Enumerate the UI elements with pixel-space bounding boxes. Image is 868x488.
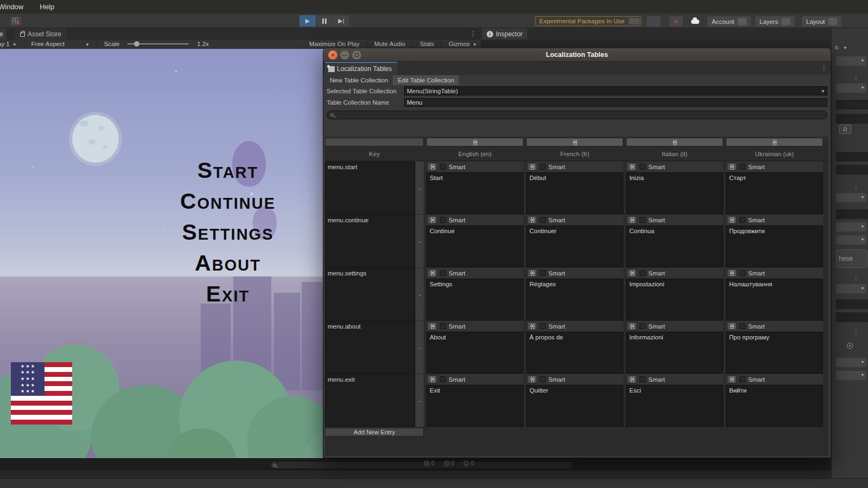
key-cell[interactable]: menu.about <box>325 321 415 374</box>
translation-text-field[interactable]: Inizia <box>626 172 723 214</box>
smart-checkbox[interactable] <box>739 323 745 329</box>
dropdown-partial[interactable] <box>836 358 866 367</box>
tab-asset-store[interactable]: Asset Store <box>15 28 66 40</box>
scale-knob[interactable] <box>134 41 139 47</box>
translation-text-field[interactable]: Старт <box>726 172 823 214</box>
translation-text-field[interactable]: À propos de <box>526 332 623 374</box>
new-table-collection-button[interactable]: New Table Collection <box>325 75 393 85</box>
metadata-button[interactable]: {•} <box>727 375 737 383</box>
remove-entry-button[interactable]: - <box>416 268 424 320</box>
translation-text-field[interactable]: Вийти <box>726 385 823 427</box>
metadata-button[interactable]: {•} <box>527 163 537 171</box>
translation-text-field[interactable]: Continua <box>626 226 723 267</box>
console-count-badge[interactable]: ✕0 <box>460 460 477 466</box>
smart-checkbox[interactable] <box>440 164 446 170</box>
preset-kebab-icon[interactable]: ⋮ <box>853 275 859 281</box>
translation-text-field[interactable]: Налаштування <box>726 279 823 320</box>
badge-dismiss[interactable] <box>629 18 640 24</box>
translation-text-field[interactable]: Informazioni <box>626 332 723 374</box>
dropdown-partial[interactable] <box>836 284 866 293</box>
grid-snap-icon[interactable] <box>10 16 22 26</box>
menu-window[interactable]: Window <box>0 2 25 12</box>
dropdown-partial[interactable] <box>836 371 866 380</box>
window-kebab-icon[interactable]: ⋮ <box>821 65 827 72</box>
language-column-header[interactable]: English (en) <box>426 151 524 157</box>
preset-kebab-icon[interactable]: ⋮ <box>853 330 859 336</box>
key-cell[interactable]: menu.start <box>325 162 415 214</box>
object-picker-icon[interactable] <box>847 343 853 349</box>
key-column-header[interactable]: Key <box>325 151 424 157</box>
metadata-button[interactable]: {•} <box>527 269 537 277</box>
metadata-button[interactable]: {•} <box>627 216 637 224</box>
metadata-button[interactable]: {•} <box>427 163 437 171</box>
edit-table-collection-button[interactable]: Edit Table Collection <box>393 75 459 85</box>
translation-text-field[interactable]: Continue <box>426 226 524 267</box>
remove-entry-button[interactable]: - <box>416 374 424 427</box>
translation-text-field[interactable]: Продовжити <box>726 226 823 267</box>
smart-checkbox[interactable] <box>440 323 446 329</box>
smart-checkbox[interactable] <box>540 217 546 223</box>
menu-help[interactable]: Help <box>37 2 56 12</box>
dropdown-partial[interactable] <box>836 84 866 93</box>
language-column-header[interactable]: French (fr) <box>526 151 623 157</box>
smart-checkbox[interactable] <box>640 164 646 170</box>
translation-text-field[interactable]: About <box>426 332 524 374</box>
smart-checkbox[interactable] <box>640 376 646 382</box>
metadata-button[interactable]: {•} <box>627 322 637 330</box>
metadata-button[interactable]: {•} <box>427 375 437 383</box>
remove-entry-button[interactable]: - <box>416 215 424 267</box>
table-search-input[interactable] <box>327 111 827 119</box>
layers-dropdown[interactable]: Layers <box>755 16 795 27</box>
translation-text-field[interactable]: Réglages <box>526 279 623 320</box>
column-settings-button[interactable]: {•} <box>426 138 524 146</box>
r-button[interactable]: R <box>839 125 851 134</box>
metadata-button[interactable]: {•} <box>727 322 737 330</box>
tab-localization-tables[interactable]: Localization Tables <box>325 62 397 75</box>
mute-audio-toggle[interactable]: Mute Audio <box>374 41 406 47</box>
smart-checkbox[interactable] <box>739 376 745 382</box>
key-cell[interactable]: menu.settings <box>325 268 415 320</box>
layout-dropdown[interactable]: Layout <box>802 16 841 27</box>
remove-entry-button[interactable]: - <box>416 321 424 374</box>
tab-game[interactable]: e <box>0 28 7 40</box>
step-button[interactable]: ▶| <box>333 15 349 27</box>
smart-checkbox[interactable] <box>540 164 546 170</box>
window-titlebar[interactable]: ✕ — Localization Tables <box>323 48 831 62</box>
smart-checkbox[interactable] <box>739 270 745 276</box>
key-column-header-button[interactable] <box>325 138 424 146</box>
language-column-header[interactable]: Italian (it) <box>626 151 723 157</box>
smart-checkbox[interactable] <box>540 323 546 329</box>
smart-checkbox[interactable] <box>540 270 546 276</box>
metadata-button[interactable]: {•} <box>527 375 537 383</box>
column-settings-button[interactable]: {•} <box>726 138 823 146</box>
translation-text-field[interactable]: Exit <box>426 385 524 427</box>
console-count-badge[interactable]: !0 <box>420 460 437 466</box>
translation-text-field[interactable]: Start <box>426 172 524 214</box>
cloud-icon[interactable] <box>688 16 702 27</box>
smart-checkbox[interactable] <box>440 217 446 223</box>
key-cell[interactable]: menu.continue <box>325 215 415 267</box>
stats-toggle[interactable]: Stats <box>420 41 434 47</box>
column-settings-button[interactable]: {•} <box>526 138 623 146</box>
metadata-button[interactable]: {•} <box>727 163 737 171</box>
console-count-badge[interactable]: !0 <box>441 460 457 466</box>
language-column-header[interactable]: Ukrainian (uk) <box>726 151 823 157</box>
smart-checkbox[interactable] <box>640 217 646 223</box>
smart-checkbox[interactable] <box>440 270 446 276</box>
pause-button[interactable] <box>316 15 333 27</box>
preview-package-button[interactable] <box>647 16 661 27</box>
smart-checkbox[interactable] <box>739 217 745 223</box>
translation-text-field[interactable]: Impostazioni <box>626 279 723 320</box>
preset-kebab-icon[interactable]: ⋮ <box>853 75 859 81</box>
metadata-button[interactable]: {•} <box>427 216 437 224</box>
minimize-button[interactable]: — <box>340 50 349 60</box>
add-new-entry-button[interactable]: Add New Entry <box>325 428 424 436</box>
tab-inspector[interactable]: i Inspector <box>482 28 527 40</box>
translation-text-field[interactable]: Quitter <box>526 385 623 427</box>
scale-slider[interactable] <box>127 43 189 44</box>
metadata-button[interactable]: {•} <box>627 163 637 171</box>
hese-button-partial[interactable]: hese <box>836 249 867 268</box>
maximize-on-play-toggle[interactable]: Maximize On Play <box>309 41 360 47</box>
account-dropdown[interactable]: Account <box>707 16 751 27</box>
translation-text-field[interactable]: Continuer <box>526 226 623 267</box>
